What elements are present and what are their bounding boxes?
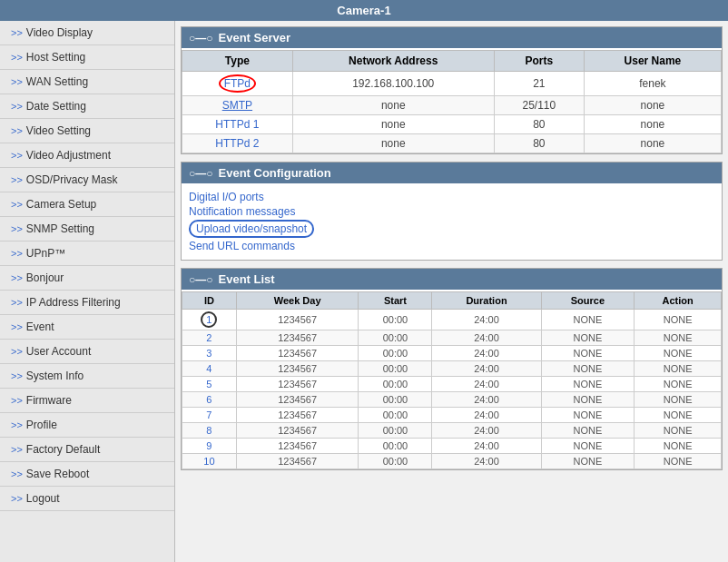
- sidebar-label: OSD/Privacy Mask: [26, 173, 118, 186]
- ports-cell: 21: [494, 72, 584, 96]
- arrow-icon: >>: [11, 468, 23, 479]
- event-id-cell[interactable]: 9: [182, 439, 237, 454]
- config-link-send-url[interactable]: Send URL commands: [189, 240, 714, 252]
- event-id-cell[interactable]: 3: [182, 346, 237, 361]
- config-link-upload-video[interactable]: Upload video/snapshot: [189, 220, 314, 238]
- sidebar-item-upnp[interactable]: >>UPnP™: [0, 242, 174, 266]
- event-server-header: ○—○ Event Server: [182, 27, 722, 48]
- arrow-icon: >>: [11, 223, 23, 234]
- config-link-notification[interactable]: Notification messages: [189, 205, 714, 218]
- sidebar-item-factory-default[interactable]: >>Factory Default: [0, 438, 174, 462]
- sidebar-item-logout[interactable]: >>Logout: [0, 487, 174, 511]
- event-id-cell[interactable]: 6: [182, 392, 237, 408]
- start-cell: 00:00: [359, 423, 432, 439]
- sidebar-item-video-display[interactable]: >>Video Display: [0, 21, 174, 45]
- sidebar-label: Logout: [26, 492, 60, 505]
- arrow-icon: >>: [11, 493, 23, 504]
- event-list-row: 4 1234567 00:00 24:00 NONE NONE: [182, 361, 722, 377]
- weekday-cell: 1234567: [236, 439, 359, 454]
- event-server-row: SMTP none 25/110 none: [182, 96, 722, 115]
- col-username: User Name: [584, 51, 721, 72]
- action-cell: NONE: [635, 454, 722, 469]
- event-list-title: Event List: [219, 272, 275, 286]
- event-id-cell[interactable]: 5: [182, 377, 237, 392]
- sidebar-item-wan-setting[interactable]: >>WAN Setting: [0, 70, 174, 94]
- col-network-address: Network Address: [292, 51, 494, 72]
- weekday-cell: 1234567: [236, 454, 359, 469]
- smtp-cell[interactable]: SMTP: [182, 96, 293, 115]
- start-cell: 00:00: [359, 392, 432, 408]
- col-duration: Duration: [432, 292, 541, 310]
- event-config-icon: ○—○: [189, 167, 213, 180]
- sidebar-item-date-setting[interactable]: >>Date Setting: [0, 94, 174, 119]
- sidebar-item-video-adjustment[interactable]: >>Video Adjustment: [0, 143, 174, 168]
- username-cell: fenek: [584, 72, 721, 96]
- event-server-table: Type Network Address Ports User Name FTP…: [182, 50, 722, 153]
- start-cell: 00:00: [359, 454, 432, 469]
- sidebar: >>Video Display>>Host Setting>>WAN Setti…: [0, 21, 175, 562]
- duration-cell: 24:00: [432, 377, 541, 392]
- sidebar-item-profile[interactable]: >>Profile: [0, 413, 174, 438]
- sidebar-label: IP Address Filtering: [26, 296, 121, 309]
- col-ports: Ports: [494, 51, 584, 72]
- httpd-cell[interactable]: HTTPd 1: [182, 115, 293, 134]
- sidebar-item-firmware[interactable]: >>Firmware: [0, 389, 174, 413]
- sidebar-label: User Account: [26, 345, 91, 358]
- col-source: Source: [541, 292, 635, 310]
- sidebar-item-system-info[interactable]: >>System Info: [0, 364, 174, 389]
- event-server-header-row: Type Network Address Ports User Name: [182, 51, 722, 72]
- arrow-icon: >>: [11, 444, 23, 455]
- event-server-row: HTTPd 2 none 80 none: [182, 134, 722, 153]
- event-id-cell[interactable]: 1: [182, 310, 237, 330]
- config-link-digital-io[interactable]: Digital I/O ports: [189, 191, 714, 203]
- duration-cell: 24:00: [432, 392, 541, 408]
- action-cell: NONE: [635, 361, 722, 377]
- event-id-cell[interactable]: 2: [182, 330, 237, 346]
- action-cell: NONE: [635, 310, 722, 330]
- event-server-row: FTPd 192.168.100.100 21 fenek: [182, 72, 722, 96]
- event-id-cell[interactable]: 10: [182, 454, 237, 469]
- sidebar-item-bonjour[interactable]: >>Bonjour: [0, 266, 174, 291]
- sidebar-item-snmp-setting[interactable]: >>SNMP Setting: [0, 217, 174, 242]
- arrow-icon: >>: [11, 125, 23, 136]
- sidebar-label: Save Reboot: [26, 468, 89, 480]
- arrow-icon: >>: [11, 346, 23, 357]
- event-id-cell[interactable]: 7: [182, 408, 237, 423]
- sidebar-item-event[interactable]: >>Event: [0, 315, 174, 340]
- sidebar-item-user-account[interactable]: >>User Account: [0, 340, 174, 364]
- arrow-icon: >>: [11, 297, 23, 308]
- action-cell: NONE: [635, 377, 722, 392]
- source-cell: NONE: [541, 310, 635, 330]
- sidebar-item-save-reboot[interactable]: >>Save Reboot: [0, 462, 174, 487]
- action-cell: NONE: [635, 423, 722, 439]
- weekday-cell: 1234567: [236, 408, 359, 423]
- event-id-cell[interactable]: 8: [182, 423, 237, 439]
- ftpd-cell[interactable]: FTPd: [182, 72, 293, 96]
- arrow-icon: >>: [11, 248, 23, 259]
- event-id-cell[interactable]: 4: [182, 361, 237, 377]
- duration-cell: 24:00: [432, 439, 541, 454]
- event-list-row: 9 1234567 00:00 24:00 NONE NONE: [182, 439, 722, 454]
- weekday-cell: 1234567: [236, 346, 359, 361]
- sidebar-item-ip-address-filtering[interactable]: >>IP Address Filtering: [0, 291, 174, 315]
- sidebar-label: Firmware: [26, 394, 72, 407]
- sidebar-label: Profile: [26, 419, 57, 431]
- source-cell: NONE: [541, 377, 635, 392]
- arrow-icon: >>: [11, 52, 23, 63]
- sidebar-label: System Info: [26, 370, 84, 382]
- action-cell: NONE: [635, 439, 722, 454]
- sidebar-item-camera-setup[interactable]: >>Camera Setup: [0, 192, 174, 217]
- sidebar-item-osd-privacy-mask[interactable]: >>OSD/Privacy Mask: [0, 168, 174, 192]
- event-config-section: ○—○ Event Configuration Digital I/O port…: [181, 162, 723, 261]
- ports-cell: 25/110: [494, 96, 584, 115]
- sidebar-item-video-setting[interactable]: >>Video Setting: [0, 119, 174, 143]
- httpd-cell[interactable]: HTTPd 2: [182, 134, 293, 153]
- event-list-row: 5 1234567 00:00 24:00 NONE NONE: [182, 377, 722, 392]
- arrow-icon: >>: [11, 27, 23, 38]
- sidebar-item-host-setting[interactable]: >>Host Setting: [0, 45, 174, 70]
- duration-cell: 24:00: [432, 346, 541, 361]
- source-cell: NONE: [541, 408, 635, 423]
- action-cell: NONE: [635, 330, 722, 346]
- username-cell: none: [584, 115, 721, 134]
- arrow-icon: >>: [11, 419, 23, 430]
